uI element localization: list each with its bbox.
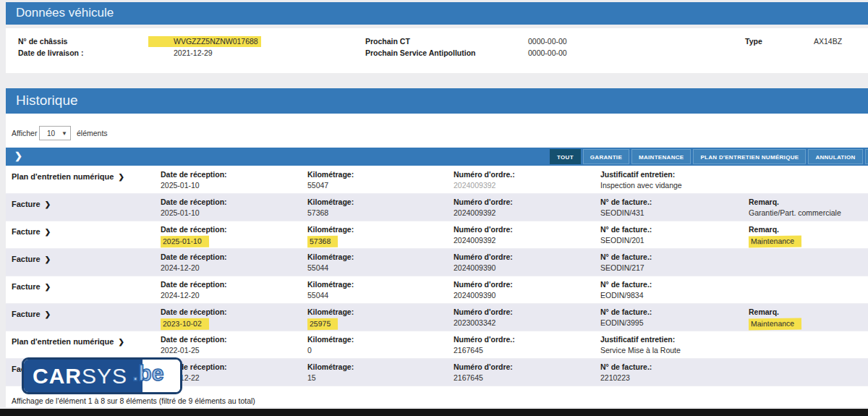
order-number-value: 2024009390: [454, 263, 513, 273]
next-antipollution-value: 0000-00-00: [528, 48, 567, 57]
reception-date-value: 2022-01-25: [161, 346, 227, 355]
row-type-link[interactable]: Facture❯: [12, 282, 51, 291]
cell-kilometrage: Kilométrage:55047: [307, 170, 354, 190]
cell-kilometrage: Kilométrage:15: [307, 362, 354, 383]
kilometrage-value: 0: [307, 346, 354, 355]
row-type-link[interactable]: Plan d'entretien numérique❯: [12, 172, 124, 181]
cell-invoice-or-justification: N° de facture.:SEODIN/201: [600, 225, 652, 245]
kilometrage-value: 57368: [307, 208, 354, 218]
cell-reception-date: Date de réception:2025-01-10: [161, 225, 227, 247]
kilometrage-label: Kilométrage:: [307, 170, 354, 179]
tab-annulation[interactable]: ANNULATION: [808, 149, 862, 164]
cell-order-number: Numéro d'ordre:2023003342: [454, 307, 513, 328]
carsys-logo-white-section: .be: [142, 360, 180, 392]
reception-date-value: 2025-01-10: [161, 181, 227, 190]
invoice-or-justification-label: N° de facture.:: [600, 362, 652, 372]
page-length-select[interactable]: 10 ▼: [39, 126, 71, 140]
table-footer-info: Affichage de l'élément 1 à 8 sur 8 éléme…: [12, 396, 255, 405]
order-number-value: 2024009392: [454, 236, 513, 245]
kilometrage-value: 15: [307, 373, 354, 383]
invoice-or-justification-label: N° de facture.:: [600, 280, 652, 289]
history-title: Historique: [16, 93, 78, 108]
cell-order-number: Numéro d'ordre:2024009392: [454, 225, 513, 245]
chassis-label: N° de châssis: [18, 37, 67, 46]
tab-copie-pour-examen[interactable]: COPIE POUR EXAMEN: [865, 149, 868, 164]
row-type-link[interactable]: Plan d'entretien numérique❯: [12, 337, 124, 346]
invoice-or-justification-value: 2210223: [600, 373, 652, 383]
chevron-right-icon: ❯: [45, 283, 51, 291]
next-ct-value: 0000-00-00: [528, 37, 567, 46]
invoice-or-justification-label: N° de facture.:: [600, 307, 652, 317]
cell-reception-date: Date de réception:2024-12-20: [161, 252, 227, 273]
cell-invoice-or-justification: Justificatif entretien:Inspection avec v…: [600, 170, 682, 190]
cell-kilometrage: Kilométrage:57368: [307, 198, 354, 218]
cell-kilometrage: Kilométrage:55044: [307, 252, 354, 273]
reception-date-label: Date de réception:: [161, 335, 227, 344]
order-number-value: 2024009390: [454, 291, 513, 300]
order-number-label: Numéro d'ordre.:: [454, 335, 515, 344]
invoice-or-justification-label: Justificatif entretien:: [600, 170, 682, 179]
cell-order-number: Numéro d'ordre:2024009390: [454, 280, 513, 300]
cell-remark: Remarq.Garantie/Part. commerciale: [749, 198, 841, 218]
remark-label: Remarq.: [749, 198, 841, 207]
order-number-value: 2024009392: [454, 181, 515, 190]
remark-value: Maintenance: [749, 318, 801, 331]
next-ct-label: Prochain CT: [365, 37, 410, 46]
cell-reception-date: Date de réception:2023-10-02: [161, 307, 227, 330]
logo-text-car: CAR: [33, 364, 82, 389]
invoice-or-justification-label: N° de facture.:: [600, 252, 652, 262]
tab-garantie[interactable]: GARANTIE: [583, 149, 629, 164]
type-label: Type: [745, 37, 762, 46]
cell-reception-date: Date de réception:2025-01-10: [161, 170, 227, 190]
carsys-logo: CARSYS .be: [22, 357, 182, 394]
kilometrage-value: 25975: [307, 318, 338, 330]
chevron-down-icon: ▼: [61, 130, 67, 137]
order-number-value: 2167645: [454, 373, 513, 383]
row-type-link[interactable]: Facture❯: [12, 255, 51, 263]
chevron-right-icon: ❯: [45, 255, 51, 263]
row-type-link[interactable]: Facture❯: [12, 227, 51, 236]
reception-date-value: 2025-01-10: [161, 236, 209, 248]
order-number-value: 2167645: [454, 346, 515, 355]
type-value: AX14BZ: [814, 37, 842, 46]
cell-reception-date: Date de réception:2025-01-10: [161, 198, 227, 218]
remark-label: Remarq.: [749, 307, 801, 317]
reception-date-label: Date de réception:: [161, 252, 227, 262]
order-number-label: Numéro d'ordre.:: [454, 170, 515, 179]
kilometrage-value: 57368: [307, 236, 338, 247]
cell-order-number: Numéro d'ordre.:2024009392: [454, 170, 515, 190]
cell-invoice-or-justification: N° de facture.:EODIN/3995: [600, 307, 652, 328]
history-row: Facture❯Date de réception:2025-01-10Kilo…: [6, 194, 868, 221]
reception-date-label: Date de réception:: [161, 225, 227, 234]
tab-maintenance[interactable]: MAINTENANCE: [631, 149, 691, 164]
row-type-label: Facture: [12, 227, 41, 236]
row-type-link[interactable]: Facture❯: [12, 200, 51, 208]
chevron-right-icon[interactable]: ❯: [14, 150, 22, 161]
row-type-label: Plan d'entretien numérique: [12, 337, 114, 346]
row-type-label: Facture: [12, 200, 41, 208]
reception-date-value: 2025-01-10: [161, 208, 227, 218]
cell-order-number: Numéro d'ordre:2167645: [454, 362, 513, 383]
tab-plan-d-entretien-num-rique[interactable]: PLAN D'ENTRETIEN NUMÉRIQUE: [693, 149, 806, 164]
reception-date-label: Date de réception:: [161, 170, 227, 179]
row-type-label: Facture: [12, 282, 41, 291]
history-rows: Plan d'entretien numérique❯Date de récep…: [6, 166, 868, 386]
logo-text-be: .be: [132, 361, 163, 386]
order-number-label: Numéro d'ordre:: [454, 280, 513, 289]
cell-order-number: Numéro d'ordre:2024009392: [454, 198, 513, 218]
history-tabs: TOUTGARANTIEMAINTENANCEPLAN D'ENTRETIEN …: [550, 149, 868, 164]
chevron-right-icon: ❯: [118, 173, 124, 181]
cell-invoice-or-justification: N° de facture.:SEODIN/217: [600, 252, 652, 273]
cell-invoice-or-justification: N° de facture.:EODIN/9834: [600, 280, 652, 300]
reception-date-value: 2024-12-20: [161, 263, 227, 273]
order-number-value: 2024009392: [454, 208, 513, 218]
chevron-right-icon: ❯: [45, 310, 51, 318]
table-header-bar: ❯ TOUTGARANTIEMAINTENANCEPLAN D'ENTRETIE…: [6, 148, 868, 166]
invoice-or-justification-value: Service Mise à la Route: [600, 346, 681, 355]
kilometrage-value: 55044: [307, 263, 354, 273]
tab-tout[interactable]: TOUT: [550, 149, 581, 164]
remark-label: Remarq.: [749, 225, 801, 234]
reception-date-value: 2024-12-20: [161, 291, 227, 300]
row-type-link[interactable]: Facture❯: [12, 310, 51, 318]
invoice-or-justification-value: EODIN/3995: [600, 318, 652, 328]
